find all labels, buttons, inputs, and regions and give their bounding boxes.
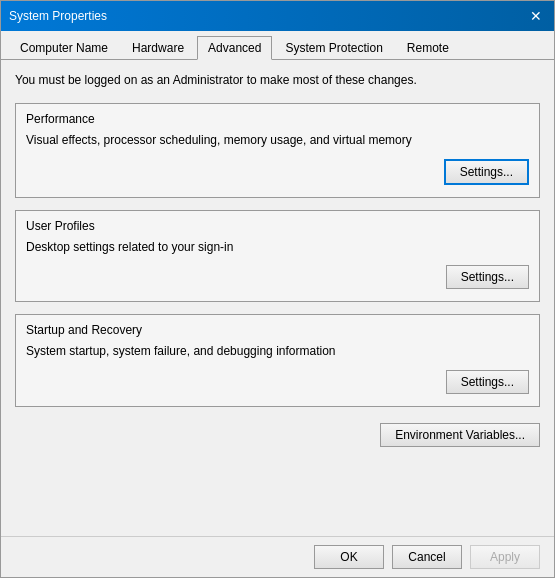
performance-title: Performance: [26, 112, 529, 126]
bottom-bar: OK Cancel Apply: [1, 536, 554, 577]
ok-button[interactable]: OK: [314, 545, 384, 569]
tab-hardware[interactable]: Hardware: [121, 36, 195, 60]
startup-recovery-settings-button[interactable]: Settings...: [446, 370, 529, 394]
title-bar: System Properties ✕: [1, 1, 554, 31]
performance-section: Performance Visual effects, processor sc…: [15, 103, 540, 198]
environment-variables-button[interactable]: Environment Variables...: [380, 423, 540, 447]
startup-recovery-description: System startup, system failure, and debu…: [26, 343, 529, 360]
tabs-bar: Computer Name Hardware Advanced System P…: [1, 31, 554, 60]
content-area: You must be logged on as an Administrato…: [1, 60, 554, 536]
system-properties-window: System Properties ✕ Computer Name Hardwa…: [0, 0, 555, 578]
tab-computer-name[interactable]: Computer Name: [9, 36, 119, 60]
cancel-button[interactable]: Cancel: [392, 545, 462, 569]
tab-system-protection[interactable]: System Protection: [274, 36, 393, 60]
user-profiles-settings-button[interactable]: Settings...: [446, 265, 529, 289]
window-title: System Properties: [9, 9, 107, 23]
close-button[interactable]: ✕: [526, 6, 546, 26]
apply-button[interactable]: Apply: [470, 545, 540, 569]
startup-recovery-title: Startup and Recovery: [26, 323, 529, 337]
startup-recovery-footer: Settings...: [26, 370, 529, 394]
user-profiles-footer: Settings...: [26, 265, 529, 289]
user-profiles-description: Desktop settings related to your sign-in: [26, 239, 529, 256]
tab-advanced[interactable]: Advanced: [197, 36, 272, 60]
info-text: You must be logged on as an Administrato…: [15, 72, 540, 89]
performance-description: Visual effects, processor scheduling, me…: [26, 132, 529, 149]
user-profiles-section: User Profiles Desktop settings related t…: [15, 210, 540, 303]
startup-recovery-section: Startup and Recovery System startup, sys…: [15, 314, 540, 407]
performance-footer: Settings...: [26, 159, 529, 185]
performance-settings-button[interactable]: Settings...: [444, 159, 529, 185]
user-profiles-title: User Profiles: [26, 219, 529, 233]
env-variables-row: Environment Variables...: [15, 423, 540, 447]
tab-remote[interactable]: Remote: [396, 36, 460, 60]
